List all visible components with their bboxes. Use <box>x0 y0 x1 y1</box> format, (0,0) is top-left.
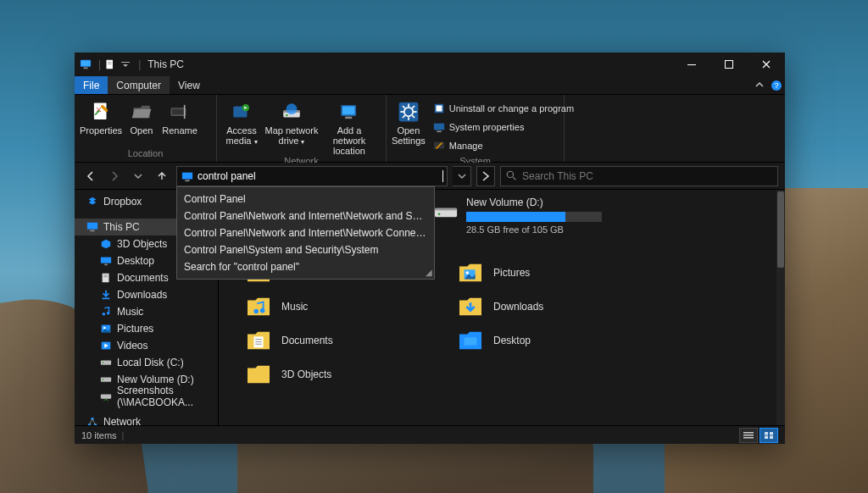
properties-button[interactable]: Properties <box>80 98 122 136</box>
details-view-button[interactable] <box>739 428 758 443</box>
manage-icon <box>432 139 446 152</box>
svg-rect-39 <box>182 172 192 179</box>
svg-rect-47 <box>103 274 109 283</box>
back-button[interactable] <box>81 167 100 186</box>
downloads-icon <box>100 289 112 301</box>
sidebar-item-downloads[interactable]: Downloads <box>75 286 218 303</box>
svg-rect-4 <box>108 62 112 63</box>
qat-dropdown-icon[interactable] <box>120 58 131 70</box>
svg-point-20 <box>286 114 287 116</box>
text-cursor <box>442 170 443 182</box>
up-button[interactable] <box>153 167 171 186</box>
suggestion-item[interactable]: Control Panel\Network and Internet\Netwo… <box>177 224 434 241</box>
rename-button[interactable]: Rename <box>161 98 198 136</box>
search-box[interactable]: Search This PC <box>500 166 778 186</box>
folder-item-documents[interactable]: Documents <box>246 330 432 352</box>
address-history-button[interactable] <box>453 166 471 186</box>
collapse-ribbon-icon[interactable] <box>751 76 768 94</box>
navigation-row: Control Panel Control Panel\Network and … <box>75 163 785 190</box>
folder-item-pictures[interactable]: Pictures <box>458 262 644 284</box>
address-input[interactable] <box>198 170 441 182</box>
recent-locations-button[interactable] <box>129 167 147 186</box>
3d-folder-icon <box>246 363 271 385</box>
large-icons-view-button[interactable] <box>760 428 778 443</box>
go-button[interactable] <box>476 166 495 186</box>
svg-rect-49 <box>103 276 107 277</box>
search-icon <box>506 170 517 181</box>
manage-button[interactable]: Manage <box>431 137 576 154</box>
documents-icon <box>100 272 112 284</box>
netdrive-icon <box>100 391 112 402</box>
svg-point-41 <box>507 171 513 177</box>
folder-item-desktop[interactable]: Desktop <box>458 330 644 352</box>
sidebar-item-music[interactable]: Music <box>75 303 218 320</box>
suggestion-item[interactable]: Control Panel\Network and Internet\Netwo… <box>177 208 434 224</box>
sidebar-item-network[interactable]: Network <box>75 413 218 425</box>
svg-rect-14 <box>172 109 185 115</box>
svg-rect-45 <box>101 258 111 263</box>
tab-view[interactable]: View <box>170 76 209 94</box>
sidebar-item-videos[interactable]: Videos <box>75 337 218 354</box>
forward-button[interactable] <box>105 167 124 186</box>
search-placeholder: Search This PC <box>522 170 593 182</box>
tab-file[interactable]: File <box>75 76 108 94</box>
scrollbar-thumb[interactable] <box>777 191 784 268</box>
suggestion-item[interactable]: Search for "control panel" <box>177 258 434 275</box>
svg-point-57 <box>103 362 104 363</box>
folder-item-3d-objects[interactable]: 3D Objects <box>246 363 432 385</box>
desktop-icon <box>100 255 112 267</box>
music-folder-icon <box>246 296 271 318</box>
access-media-button[interactable]: Access media ▾ <box>222 98 261 147</box>
open-settings-button[interactable]: Open Settings <box>392 98 426 146</box>
svg-rect-77 <box>743 432 754 434</box>
svg-rect-82 <box>765 435 768 439</box>
svg-rect-6 <box>121 62 130 63</box>
folder-item-music[interactable]: Music <box>246 296 432 318</box>
svg-rect-72 <box>253 336 263 347</box>
map-drive-icon <box>280 100 303 124</box>
svg-rect-43 <box>87 223 97 230</box>
open-button[interactable]: Open <box>125 98 158 136</box>
sidebar-item-pictures[interactable]: Pictures <box>75 320 218 337</box>
disk-icon <box>100 374 112 385</box>
qat-properties-icon[interactable] <box>104 58 116 70</box>
pictures-icon <box>100 323 112 335</box>
svg-rect-79 <box>743 437 754 439</box>
folder-item-downloads[interactable]: Downloads <box>458 296 644 318</box>
minimize-button[interactable] <box>673 53 710 76</box>
svg-rect-81 <box>770 432 773 435</box>
svg-point-51 <box>103 313 106 316</box>
map-network-drive-button[interactable]: Map network drive ▾ <box>264 98 319 147</box>
svg-rect-46 <box>104 264 108 266</box>
svg-point-69 <box>465 271 469 274</box>
svg-rect-73 <box>255 339 261 340</box>
svg-rect-44 <box>90 230 94 232</box>
svg-rect-65 <box>435 208 457 211</box>
address-bar[interactable]: Control Panel Control Panel\Network and … <box>176 166 448 186</box>
svg-rect-22 <box>342 107 355 115</box>
tab-computer[interactable]: Computer <box>108 76 170 94</box>
svg-rect-78 <box>743 435 754 436</box>
properties-icon <box>89 100 113 124</box>
suggestion-item[interactable]: Control Panel <box>177 191 434 208</box>
add-location-icon <box>337 100 361 124</box>
network-icon <box>86 416 98 425</box>
system-properties-button[interactable]: System properties <box>431 119 576 136</box>
resize-grip-icon[interactable]: ◢ <box>426 268 432 277</box>
sidebar-item-local-disk-c[interactable]: Local Disk (C:) <box>75 354 218 371</box>
close-button[interactable] <box>748 53 785 76</box>
svg-rect-48 <box>103 275 107 276</box>
help-icon[interactable]: ? <box>768 76 785 94</box>
svg-text:?: ? <box>774 81 778 90</box>
svg-point-12 <box>95 114 97 115</box>
svg-point-59 <box>103 379 104 380</box>
uninstall-program-button[interactable]: Uninstall or change a program <box>431 100 576 117</box>
svg-rect-2 <box>83 68 87 69</box>
drive-item[interactable]: New Volume (D:) 28.5 GB free of 105 GB <box>434 197 612 235</box>
maximize-button[interactable] <box>710 53 748 76</box>
add-network-location-button[interactable]: Add a network location <box>322 98 376 156</box>
svg-rect-23 <box>345 117 352 119</box>
scrollbar[interactable] <box>776 190 785 425</box>
suggestion-item[interactable]: Control Panel\System and Security\System <box>177 241 434 258</box>
sidebar-item-screenshots-netdrive[interactable]: Screenshots (\\MACBOOKA... <box>75 388 218 405</box>
